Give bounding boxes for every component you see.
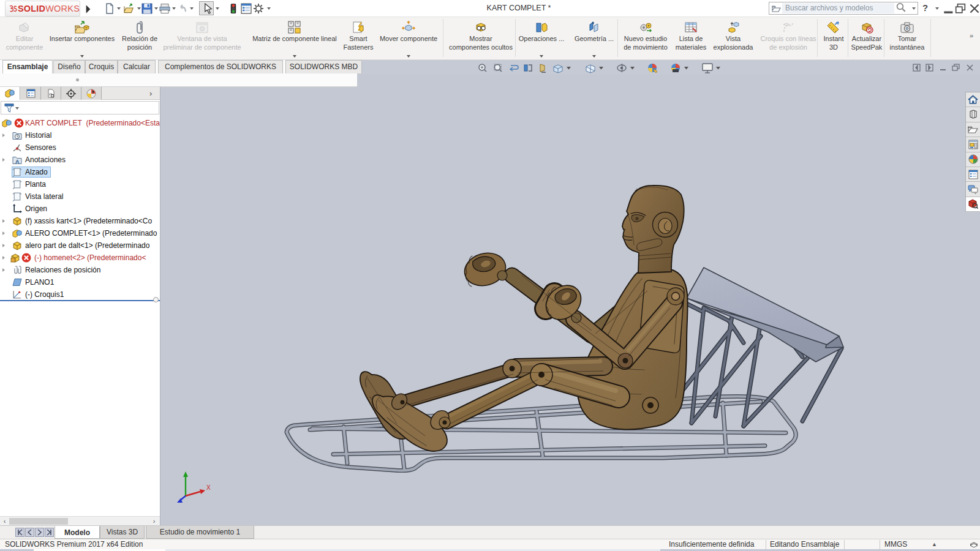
svg-text:X: X	[206, 484, 211, 491]
svg-text:A: A	[15, 159, 20, 165]
